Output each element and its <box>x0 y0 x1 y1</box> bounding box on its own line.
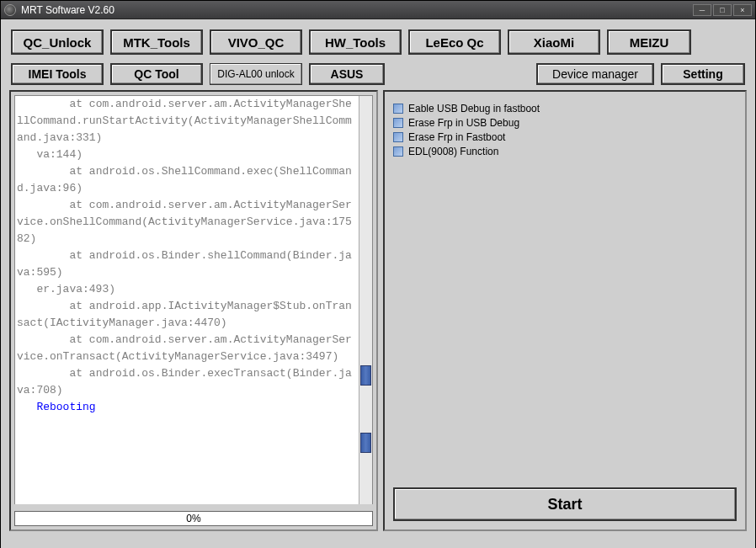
option-label: Erase Frp in USB Debug <box>408 117 519 129</box>
progress-label: 0% <box>186 513 200 524</box>
option-erase-frp-usb-debug[interactable]: Erase Frp in USB Debug <box>393 117 737 129</box>
titlebar[interactable]: MRT Software V2.60 ─ □ × <box>1 1 755 19</box>
close-button[interactable]: × <box>733 4 752 16</box>
checkbox-icon <box>393 132 403 142</box>
qc-tool-button[interactable]: QC Tool <box>110 63 203 85</box>
log-line: at android.os.Binder.shellCommand(Binder… <box>17 247 357 281</box>
app-window: MRT Software V2.60 ─ □ × QC_Unlock MTK_T… <box>0 0 756 548</box>
log-box: at com.android.server.am.ActivityManager… <box>14 95 373 504</box>
progress-bar: 0% <box>14 511 373 526</box>
xiaomi-button[interactable]: XiaoMi <box>508 29 600 55</box>
asus-button[interactable]: ASUS <box>309 63 385 85</box>
log-line: er.java:493) <box>17 281 357 298</box>
meizu-button[interactable]: MEIZU <box>607 29 691 55</box>
log-line: at android.os.Binder.execTransact(Binder… <box>17 365 357 399</box>
window-title: MRT Software V2.60 <box>21 4 693 16</box>
log-content[interactable]: at com.android.server.am.ActivityManager… <box>15 96 359 504</box>
vivo-qc-button[interactable]: VIVO_QC <box>210 29 302 55</box>
setting-button[interactable]: Setting <box>661 63 745 85</box>
start-button[interactable]: Start <box>393 487 737 521</box>
option-list: Eable USB Debug in fastboot Erase Frp in… <box>393 97 737 160</box>
device-manager-button[interactable]: Device manager <box>536 63 654 85</box>
option-label: EDL(9008) Function <box>408 146 498 157</box>
scroll-thumb[interactable] <box>360 433 371 453</box>
leeco-qc-button[interactable]: LeEco Qc <box>408 29 501 55</box>
minimize-button[interactable]: ─ <box>693 4 711 16</box>
option-enable-usb-debug-fastboot[interactable]: Eable USB Debug in fastboot <box>393 103 737 114</box>
log-line: at com.android.server.am.ActivityManager… <box>17 96 357 146</box>
options-panel: Eable USB Debug in fastboot Erase Frp in… <box>383 90 747 531</box>
checkbox-icon <box>393 146 403 157</box>
maximize-button[interactable]: □ <box>713 4 732 16</box>
toolbar: QC_Unlock MTK_Tools VIVO_QC HW_Tools LeE… <box>6 23 750 85</box>
mtk-tools-button[interactable]: MTK_Tools <box>110 29 203 55</box>
log-line: at android.app.IActivityManager$Stub.onT… <box>17 298 357 332</box>
log-line: at android.os.ShellCommand.exec(ShellCom… <box>17 163 357 197</box>
scroll-thumb[interactable] <box>360 365 371 386</box>
option-edl-9008-function[interactable]: EDL(9008) Function <box>393 146 737 157</box>
app-icon <box>4 4 16 16</box>
client-area: QC_Unlock MTK_Tools VIVO_QC HW_Tools LeE… <box>1 19 755 548</box>
log-line: at com.android.server.am.ActivityManager… <box>17 197 357 247</box>
option-label: Eable USB Debug in fastboot <box>408 103 540 114</box>
qc-unlock-button[interactable]: QC_Unlock <box>11 29 104 55</box>
log-panel: at com.android.server.am.ActivityManager… <box>9 90 378 531</box>
option-erase-frp-fastboot[interactable]: Erase Frp in Fastboot <box>393 131 737 143</box>
log-line-status: Rebooting <box>17 399 357 416</box>
log-scrollbar[interactable] <box>359 96 372 504</box>
dig-al00-unlock-button[interactable]: DIG-AL00 unlock <box>210 63 302 85</box>
checkbox-icon <box>393 104 403 114</box>
window-controls: ─ □ × <box>693 4 752 16</box>
checkbox-icon <box>393 118 403 128</box>
option-label: Erase Frp in Fastboot <box>408 131 505 143</box>
hw-tools-button[interactable]: HW_Tools <box>309 29 402 55</box>
log-line: va:144) <box>17 146 357 163</box>
imei-tools-button[interactable]: IMEI Tools <box>11 63 104 85</box>
log-line: at com.android.server.am.ActivityManager… <box>17 332 357 365</box>
